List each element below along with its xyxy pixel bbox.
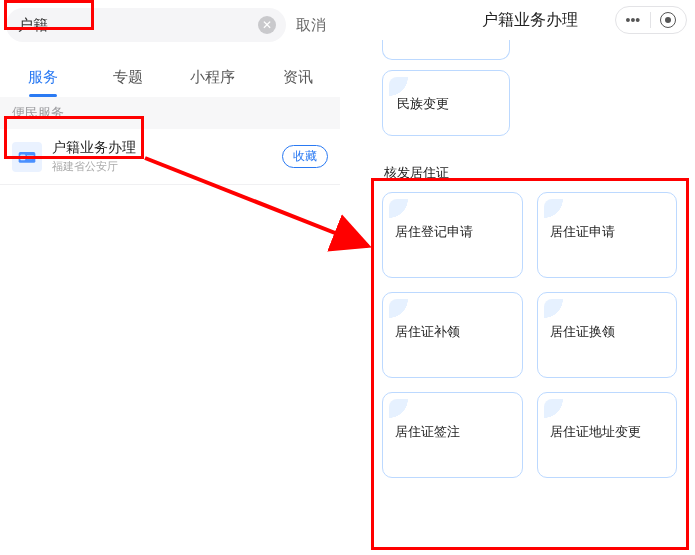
- service-card[interactable]: 居住登记申请: [382, 192, 523, 278]
- detail-body: 民族变更 核发居住证 居住登记申请 居住证申请 居住证补领 居住证换领: [364, 40, 695, 488]
- tab-news[interactable]: 资讯: [255, 60, 340, 97]
- card-corner-icon: [389, 299, 411, 321]
- card-label: 居住证申请: [550, 223, 665, 241]
- tabs: 服务 专题 小程序 资讯: [0, 50, 340, 97]
- card-label: 居住证签注: [395, 423, 510, 441]
- card-corner-icon: [544, 299, 566, 321]
- tab-miniapps[interactable]: 小程序: [170, 60, 255, 97]
- service-card-ethnic[interactable]: 民族变更: [382, 70, 510, 136]
- result-title: 户籍业务办理: [52, 139, 272, 157]
- service-card-cut[interactable]: [382, 40, 510, 60]
- card-corner-icon: [389, 399, 411, 421]
- miniapp-capsule: •••: [615, 6, 687, 34]
- svg-rect-1: [20, 154, 25, 160]
- result-text: 户籍业务办理 福建省公安厅: [52, 139, 272, 174]
- card-label: 居住证换领: [550, 323, 665, 341]
- close-icon[interactable]: [660, 12, 676, 28]
- page-title: 户籍业务办理: [482, 10, 578, 31]
- capsule-divider: [650, 12, 651, 28]
- search-box[interactable]: ✕: [6, 8, 286, 42]
- card-label: 居住证补领: [395, 323, 510, 341]
- cancel-button[interactable]: 取消: [296, 16, 334, 35]
- favorite-button[interactable]: 收藏: [282, 145, 328, 168]
- svg-rect-2: [27, 155, 34, 156]
- tab-topics[interactable]: 专题: [85, 60, 170, 97]
- section-title: 核发居住证: [384, 164, 677, 182]
- tab-services[interactable]: 服务: [0, 60, 85, 97]
- more-icon[interactable]: •••: [626, 12, 641, 28]
- service-id-icon: [12, 142, 42, 172]
- service-card[interactable]: 居住证换领: [537, 292, 678, 378]
- card-label: 民族变更: [397, 95, 495, 113]
- search-input[interactable]: [18, 17, 258, 34]
- search-panel: ✕ 取消 服务 专题 小程序 资讯 便民服务 户籍业务办理 福建省公安厅 收藏: [0, 0, 340, 555]
- clear-icon[interactable]: ✕: [258, 16, 276, 34]
- card-label: 居住登记申请: [395, 223, 510, 241]
- card-corner-icon: [544, 399, 566, 421]
- card-corner-icon: [544, 199, 566, 221]
- detail-panel: 户籍业务办理 ••• 民族变更 核发居住证 居住登记申请 居住证申请: [364, 0, 695, 555]
- service-card[interactable]: 居住证补领: [382, 292, 523, 378]
- service-grid: 居住登记申请 居住证申请 居住证补领 居住证换领 居住证签注 居住证地址变更: [382, 192, 677, 478]
- card-corner-icon: [389, 77, 411, 99]
- svg-rect-3: [27, 157, 32, 158]
- result-item[interactable]: 户籍业务办理 福建省公安厅 收藏: [0, 129, 340, 185]
- detail-header: 户籍业务办理 •••: [364, 0, 695, 40]
- service-card[interactable]: 居住证签注: [382, 392, 523, 478]
- service-card[interactable]: 居住证申请: [537, 192, 678, 278]
- service-card[interactable]: 居住证地址变更: [537, 392, 678, 478]
- search-row: ✕ 取消: [0, 0, 340, 50]
- card-label: 居住证地址变更: [550, 423, 665, 441]
- card-corner-icon: [389, 199, 411, 221]
- section-header: 便民服务: [0, 97, 340, 129]
- result-subtitle: 福建省公安厅: [52, 159, 272, 174]
